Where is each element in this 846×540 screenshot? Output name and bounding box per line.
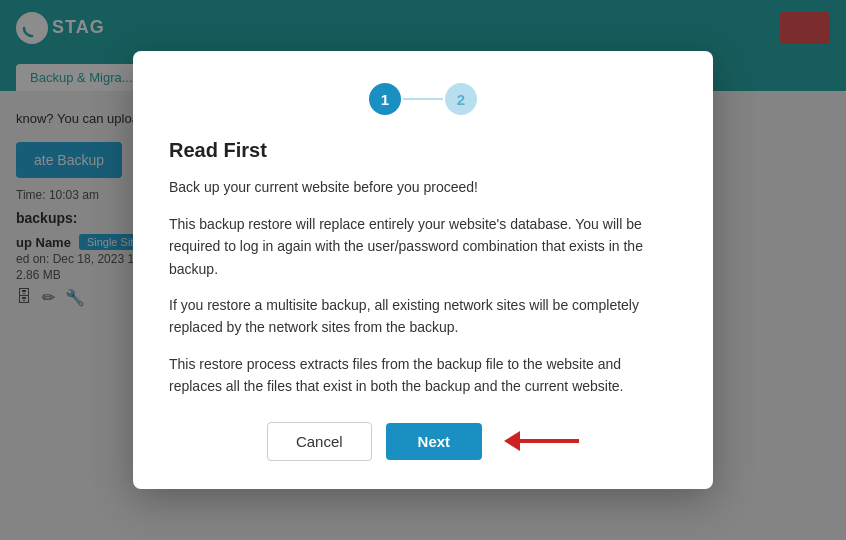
step-indicator: 1 2 [169, 83, 677, 115]
modal-footer: Cancel Next [169, 422, 677, 461]
next-button[interactable]: Next [386, 423, 483, 460]
modal-paragraph-3: If you restore a multisite backup, all e… [169, 294, 677, 339]
modal-body: Back up your current website before you … [169, 176, 677, 397]
modal-title: Read First [169, 139, 677, 162]
step-connector [403, 98, 443, 100]
arrow-body [519, 439, 579, 443]
modal-dialog: 1 2 Read First Back up your current webs… [133, 51, 713, 488]
cancel-button[interactable]: Cancel [267, 422, 372, 461]
arrow-head [504, 431, 520, 451]
modal-paragraph-4: This restore process extracts files from… [169, 353, 677, 398]
step-1-circle: 1 [369, 83, 401, 115]
next-arrow-indicator [504, 431, 579, 451]
step-2-circle: 2 [445, 83, 477, 115]
modal-paragraph-1: Back up your current website before you … [169, 176, 677, 198]
modal-paragraph-2: This backup restore will replace entirel… [169, 213, 677, 280]
modal-overlay: 1 2 Read First Back up your current webs… [0, 0, 846, 540]
